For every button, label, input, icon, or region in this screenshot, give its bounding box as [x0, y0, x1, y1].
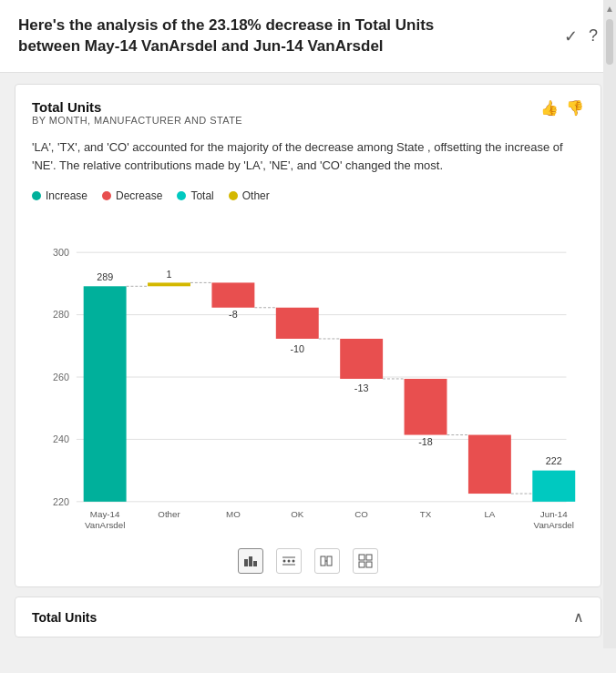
legend-dot-total	[177, 191, 186, 200]
bar-la	[468, 435, 511, 495]
chart-icon-dots[interactable]	[276, 548, 302, 574]
dots-icon	[282, 554, 296, 568]
chart-icon-grid[interactable]	[353, 548, 378, 574]
legend-dot-other	[229, 191, 238, 200]
lines-icon	[320, 554, 334, 568]
check-icon[interactable]: ✓	[564, 26, 578, 46]
svg-text:VanArsdel: VanArsdel	[534, 520, 574, 530]
card-header: Total Units BY MONTH, MANUFACTURER AND S…	[32, 99, 584, 135]
svg-text:LA: LA	[484, 510, 495, 520]
thumbs-down-icon[interactable]: 👎	[566, 99, 584, 117]
bar-chart-icon	[243, 554, 258, 568]
legend-label-decrease: Decrease	[116, 189, 162, 202]
page-title: Here's the analysis of the 23.18% decrea…	[18, 15, 492, 57]
svg-rect-36	[249, 556, 252, 566]
svg-text:-10: -10	[290, 343, 304, 354]
help-icon[interactable]: ?	[589, 26, 598, 46]
svg-text:-19: -19	[483, 418, 498, 429]
svg-text:OK: OK	[291, 510, 304, 520]
bottom-card-arrow[interactable]: ∧	[573, 608, 584, 626]
chart-svg: 300 280 260 240 220	[32, 213, 584, 541]
svg-text:289: 289	[97, 272, 113, 283]
chart-icon-bar[interactable]	[238, 548, 263, 574]
svg-text:240: 240	[53, 434, 69, 445]
scroll-up-arrow[interactable]: ▲	[605, 4, 614, 14]
chart-view-controls	[32, 548, 584, 574]
scroll-thumb[interactable]	[606, 19, 613, 65]
chart-icon-lines[interactable]	[314, 548, 340, 574]
legend-item-other: Other	[229, 189, 270, 202]
card-feedback: 👍 👎	[540, 99, 584, 117]
waterfall-chart: 300 280 260 240 220	[32, 213, 584, 541]
card-description: 'LA', 'TX', and 'CO' accounted for the m…	[32, 138, 584, 175]
svg-text:-13: -13	[354, 382, 369, 393]
svg-point-40	[293, 560, 295, 563]
svg-rect-37	[253, 561, 257, 566]
legend-item-total: Total	[177, 189, 213, 202]
header-actions: ✓ ?	[553, 26, 598, 46]
svg-text:Other: Other	[158, 510, 180, 520]
svg-text:-8: -8	[229, 310, 238, 321]
svg-text:220: 220	[53, 496, 69, 507]
bottom-card-title: Total Units	[32, 610, 97, 625]
svg-rect-43	[321, 556, 325, 566]
legend-dot-decrease	[102, 191, 111, 200]
svg-text:CO: CO	[354, 510, 368, 520]
svg-text:1: 1	[167, 269, 172, 280]
bar-tx	[405, 379, 447, 435]
legend-label-other: Other	[242, 189, 270, 202]
svg-text:TX: TX	[420, 510, 432, 520]
svg-text:280: 280	[53, 310, 69, 321]
grid-icon	[358, 554, 373, 568]
chart-legend: Increase Decrease Total Other	[32, 189, 584, 202]
bar-may14	[84, 287, 127, 503]
svg-text:MO: MO	[226, 510, 241, 520]
analysis-card: Total Units BY MONTH, MANUFACTURER AND S…	[15, 84, 601, 587]
svg-text:260: 260	[53, 372, 69, 382]
legend-dot-increase	[32, 191, 41, 200]
bottom-card: Total Units ∧	[15, 597, 601, 637]
scrollbar[interactable]: ▲	[603, 0, 616, 648]
card-title: Total Units	[32, 99, 242, 115]
legend-item-increase: Increase	[32, 189, 87, 202]
svg-rect-49	[366, 562, 372, 567]
bar-co	[340, 339, 383, 379]
legend-label-total: Total	[190, 189, 213, 202]
bar-mo	[211, 283, 254, 308]
bar-other	[148, 283, 190, 287]
card-subtitle: BY MONTH, MANUFACTURER AND STATE	[32, 115, 242, 126]
card-title-group: Total Units BY MONTH, MANUFACTURER AND S…	[32, 99, 242, 135]
legend-label-increase: Increase	[46, 189, 87, 202]
svg-text:-18: -18	[418, 437, 433, 448]
header: Here's the analysis of the 23.18% decrea…	[0, 0, 616, 73]
svg-point-38	[283, 560, 286, 563]
svg-text:300: 300	[53, 247, 69, 258]
bar-jun14	[532, 471, 575, 502]
thumbs-up-icon[interactable]: 👍	[540, 99, 559, 117]
svg-text:222: 222	[546, 455, 562, 466]
legend-item-decrease: Decrease	[102, 189, 162, 202]
svg-rect-44	[327, 556, 332, 566]
svg-rect-46	[359, 555, 364, 560]
svg-rect-47	[366, 555, 372, 560]
svg-text:Jun-14: Jun-14	[540, 510, 568, 520]
main-content: Total Units BY MONTH, MANUFACTURER AND S…	[0, 73, 616, 648]
svg-rect-35	[244, 559, 248, 566]
svg-text:VanArsdel: VanArsdel	[85, 520, 125, 530]
svg-point-39	[288, 560, 291, 563]
bar-ok	[276, 308, 319, 339]
svg-text:May-14: May-14	[90, 510, 120, 520]
svg-rect-48	[359, 562, 364, 567]
